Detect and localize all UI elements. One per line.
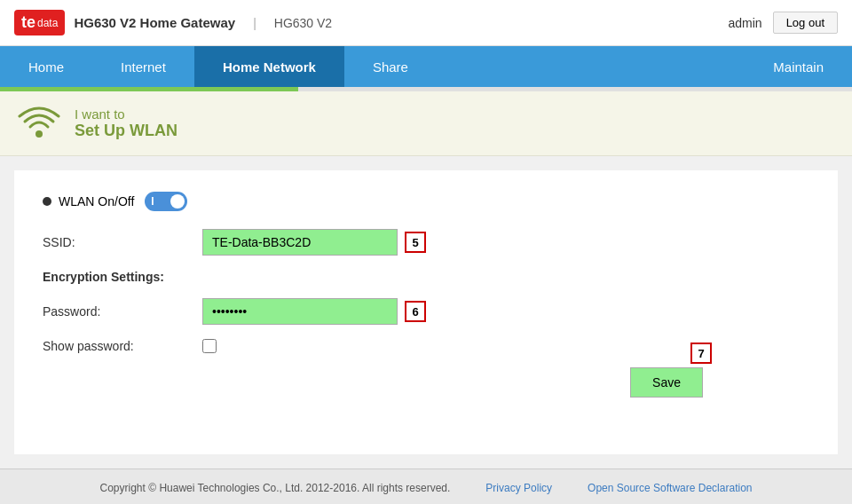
banner-bottom-text: Set Up WLAN [75,122,178,140]
banner: I want to Set Up WLAN [0,91,852,156]
main-nav: Home Internet Home Network Share Maintai… [0,46,852,87]
footer-privacy-policy[interactable]: Privacy Policy [485,482,552,494]
nav-item-share[interactable]: Share [344,46,437,87]
ssid-row: SSID: 5 [43,229,809,256]
save-badge: 7 [690,343,712,364]
save-area: 7 Save [43,367,809,398]
wlan-toggle-label: WLAN On/Off [59,194,134,209]
nav-item-home[interactable]: Home [0,46,92,87]
wlan-bullet [43,197,51,206]
header-title: HG630 V2 Home Gateway [74,15,235,30]
logo-data: data [37,17,58,29]
banner-text: I want to Set Up WLAN [75,106,178,140]
logo-te: te [21,13,36,32]
encryption-label: Encryption Settings: [43,270,202,284]
show-password-label: Show password: [43,339,202,353]
nav-item-internet[interactable]: Internet [92,46,194,87]
logo: tedata [14,10,65,35]
ssid-label: SSID: [43,235,202,249]
svg-point-0 [36,130,43,138]
password-wrapper: 6 [202,298,398,325]
wlan-toggle-switch[interactable]: I [145,192,187,211]
encryption-row: Encryption Settings: [43,270,809,284]
header-divider: | [253,16,256,30]
toggle-i-label: I [151,195,154,208]
password-input[interactable] [202,298,398,325]
header: tedata HG630 V2 Home Gateway | HG630 V2 … [0,0,852,46]
password-badge: 6 [405,301,426,322]
password-label: Password: [43,304,202,319]
toggle-knob [170,194,185,209]
ssid-input[interactable] [202,229,398,256]
show-password-checkbox[interactable] [202,339,217,353]
save-badge-wrapper: 7 Save [630,367,703,398]
ssid-badge: 5 [405,232,426,253]
password-row: Password: 6 [43,298,809,325]
footer-open-source[interactable]: Open Source Software Declaration [588,482,752,494]
banner-top-text: I want to [75,106,178,122]
wlan-toggle-row: WLAN On/Off I [43,192,809,211]
admin-label: admin [728,16,761,30]
footer: Copyright © Huawei Technologies Co., Ltd… [0,469,852,504]
main-content: WLAN On/Off I SSID: 5 Encryption Setting… [14,170,838,454]
save-button[interactable]: Save [630,367,703,398]
header-right: admin Log out [728,12,838,34]
nav-item-maintain[interactable]: Maintain [745,46,852,87]
logo-area: tedata HG630 V2 Home Gateway | HG630 V2 [14,10,332,35]
header-subtitle: HG630 V2 [274,16,332,30]
footer-copyright: Copyright © Huawei Technologies Co., Ltd… [100,482,451,494]
wifi-icon [18,102,60,145]
nav-item-home-network[interactable]: Home Network [194,46,344,87]
logout-button[interactable]: Log out [773,12,838,34]
ssid-wrapper: 5 [202,229,398,256]
